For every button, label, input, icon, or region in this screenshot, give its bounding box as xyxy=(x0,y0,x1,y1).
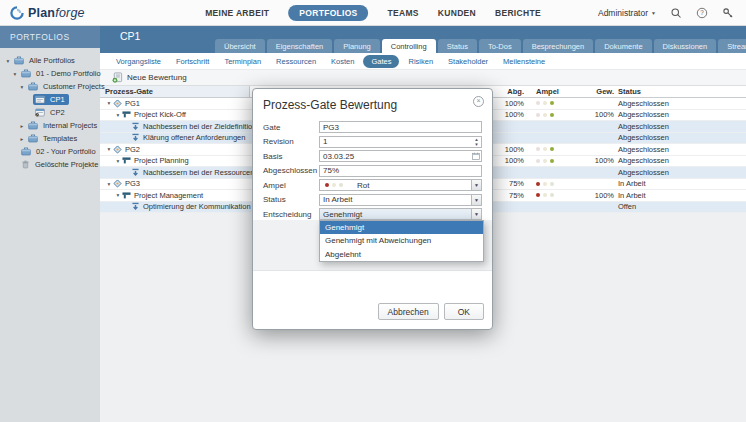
user-menu[interactable]: Administrator▼ xyxy=(598,8,656,18)
nav-item-portfolios[interactable]: PORTFOLIOS xyxy=(288,5,368,21)
tab-eigenschaften[interactable]: Eigenschaften xyxy=(267,39,333,53)
tab-übersicht[interactable]: Übersicht xyxy=(215,39,265,53)
tree-collapse-icon[interactable]: ▾ xyxy=(114,192,122,198)
sidebar-item-customer-projects[interactable]: ▾Customer Projects xyxy=(0,80,100,93)
ampel-dot xyxy=(536,147,540,151)
row-status-value: Abgeschlossen xyxy=(614,99,746,108)
tree-collapse-icon[interactable]: ▾ xyxy=(18,84,26,90)
subtab-vorgangsliste[interactable]: Vorgangsliste xyxy=(110,55,167,68)
chevron-down-icon: ▼ xyxy=(651,10,656,16)
tree-collapse-icon[interactable]: ▾ xyxy=(4,58,12,64)
tab-besprechungen[interactable]: Besprechungen xyxy=(523,39,594,53)
sidebar-item-02-your-portfolio[interactable]: 02 - Your Portfolio xyxy=(0,145,100,158)
ok-button[interactable]: OK xyxy=(444,303,484,320)
subtab-stakeholder[interactable]: Stakeholder xyxy=(442,55,494,68)
subtab-fortschritt[interactable]: Fortschritt xyxy=(170,55,215,68)
subtab-meilensteine[interactable]: Meilensteine xyxy=(497,55,551,68)
subtab-ressourcen[interactable]: Ressourcen xyxy=(270,55,322,68)
ampel-dot xyxy=(536,193,540,197)
help-icon[interactable]: ? xyxy=(696,7,708,19)
portfolio-icon xyxy=(28,134,38,143)
row-label: PG1 xyxy=(125,99,140,108)
gate-input[interactable]: PG3 xyxy=(319,121,482,133)
dropdown-option-genehmigt[interactable]: Genehmigt xyxy=(320,221,483,234)
abgeschlossen-label: Abgeschlossen xyxy=(263,166,319,175)
sidebar-item-internal-projects[interactable]: ▸Internal Projects xyxy=(0,119,100,132)
tab-stream[interactable]: Stream xyxy=(718,39,746,53)
chevron-down-icon[interactable]: ▼ xyxy=(471,194,482,206)
ampel-dot xyxy=(536,159,540,163)
project-bar-icon xyxy=(122,110,131,119)
nav-item-teams[interactable]: TEAMS xyxy=(388,8,419,18)
ampel-select[interactable]: Rot xyxy=(319,179,482,191)
tree-collapse-icon[interactable]: ▾ xyxy=(105,146,113,152)
nav-item-kunden[interactable]: KUNDEN xyxy=(438,8,476,18)
new-rating-button[interactable]: Neue Bewertung xyxy=(112,72,187,83)
tree-expand-icon[interactable]: ▸ xyxy=(18,136,26,142)
revision-input[interactable]: 1 xyxy=(319,136,482,148)
revision-field-row: Revision1▲▼ xyxy=(263,136,482,148)
tree-expand-icon[interactable]: ▸ xyxy=(18,123,26,129)
tab-controlling[interactable]: Controlling xyxy=(382,39,436,53)
dropdown-option-genehmigt-mit-abweichungen[interactable]: Genehmigt mit Abweichungen xyxy=(320,234,483,247)
sidebar-item-cp2[interactable]: CP2 xyxy=(0,106,100,119)
search-icon[interactable] xyxy=(670,7,682,19)
sidebar-item-label: CP1 xyxy=(50,95,65,104)
dialog-buttons: Abbrechen OK xyxy=(378,303,484,320)
status-field-row: StatusIn Arbeit▼ xyxy=(263,194,482,206)
revision-stepper[interactable]: ▲▼ xyxy=(472,137,481,147)
tree-collapse-icon[interactable]: ▾ xyxy=(114,158,122,164)
tab-diskussionen[interactable]: Diskussionen xyxy=(654,39,717,53)
row-ampel-indicator xyxy=(524,101,572,105)
tree-collapse-icon[interactable]: ▾ xyxy=(114,112,122,118)
nav-item-meine-arbeit[interactable]: MEINE ARBEIT xyxy=(205,8,269,18)
page-header-band: CP1 ÜbersichtEigenschaftenPlanungControl… xyxy=(100,26,746,53)
sidebar-item-label: 01 - Demo Portfolio xyxy=(36,69,101,78)
subtab-kosten[interactable]: Kosten xyxy=(325,55,360,68)
sidebar-item-alle-portfolios[interactable]: ▾Alle Portfolios xyxy=(0,54,100,67)
tree-collapse-icon[interactable]: ▾ xyxy=(105,100,113,106)
tab-planung[interactable]: Planung xyxy=(334,39,380,53)
cancel-button[interactable]: Abbrechen xyxy=(378,303,439,320)
chevron-down-icon[interactable]: ▼ xyxy=(471,179,482,191)
basis-label: Basis xyxy=(263,152,319,161)
chevron-down-icon[interactable]: ▼ xyxy=(471,208,482,220)
sidebar-header: PORTFOLIOS xyxy=(0,26,100,48)
entscheidung-dropdown-list: GenehmigtGenehmigt mit AbweichungenAbgel… xyxy=(319,220,484,262)
ampel-dot xyxy=(543,101,547,105)
abgeschlossen-input[interactable]: 75% xyxy=(319,165,482,177)
tree-collapse-icon[interactable]: ▾ xyxy=(105,181,113,187)
admin-key-icon[interactable] xyxy=(722,7,734,19)
row-status-value: Abgeschlossen xyxy=(614,122,746,131)
action-icon xyxy=(131,202,140,211)
ampel-dot xyxy=(536,101,540,105)
subtab-terminplan[interactable]: Terminplan xyxy=(218,55,267,68)
tab-to-dos[interactable]: To-Dos xyxy=(479,39,521,53)
subtab-gates[interactable]: Gates xyxy=(363,55,399,68)
basis-input[interactable]: 03.03.25 xyxy=(319,150,482,162)
tab-dokumente[interactable]: Dokumente xyxy=(595,39,651,53)
nav-item-berichte[interactable]: BERICHTE xyxy=(495,8,541,18)
tree-collapse-icon[interactable]: ▾ xyxy=(11,71,19,77)
sidebar-item-templates[interactable]: ▸Templates xyxy=(0,132,100,145)
ampel-dot xyxy=(536,113,540,117)
dropdown-option-abgelehnt[interactable]: Abgelehnt xyxy=(320,248,483,261)
status-select[interactable]: In Arbeit xyxy=(319,194,482,206)
entscheidung-select[interactable]: Genehmigt xyxy=(319,208,482,220)
sidebar-item-01-demo-portfolio[interactable]: ▾01 - Demo Portfolio xyxy=(0,67,100,80)
tab-status[interactable]: Status xyxy=(438,39,477,53)
ampel-dot xyxy=(550,147,554,151)
row-status-value: Abgeschlossen xyxy=(614,156,746,165)
subtab-risiken[interactable]: Risiken xyxy=(402,55,439,68)
prozess-gate-bewertung-dialog: Prozess-Gate Bewertung × GatePG3Revision… xyxy=(252,88,493,330)
row-status-value: Abgeschlossen xyxy=(614,168,746,177)
calendar-icon[interactable] xyxy=(472,152,480,160)
row-ampel-indicator xyxy=(524,113,572,117)
row-gew-value: 100% xyxy=(572,110,614,119)
row-label: PG2 xyxy=(125,145,140,154)
close-icon[interactable]: × xyxy=(473,96,484,107)
sidebar-item-cp1[interactable]: CP1 xyxy=(0,93,100,106)
sidebar-item-gelöschte-projekte[interactable]: Gelöschte Projekte xyxy=(0,158,100,171)
ampel-dot xyxy=(543,147,547,151)
entscheidung-field-row: EntscheidungGenehmigt▼ xyxy=(263,208,482,220)
